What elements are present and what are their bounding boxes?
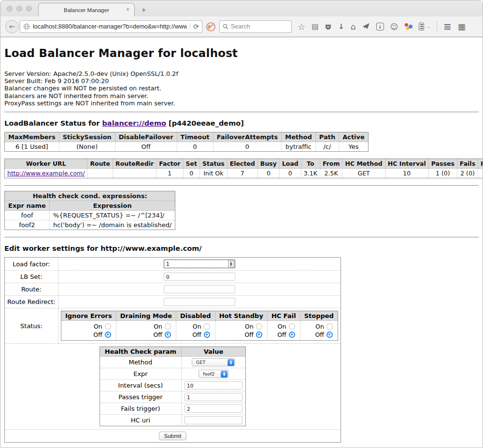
send-page-icon[interactable] [362, 22, 370, 31]
hc-value-header: Value [182, 347, 246, 357]
close-tab-icon[interactable]: × [126, 7, 129, 13]
interval-input[interactable] [185, 381, 242, 390]
worker-column-header: From [320, 159, 342, 169]
worker-cell: http://www.example.com/ [5, 169, 87, 178]
hc-param-header: Health Check param [99, 347, 181, 357]
route-redirect-input[interactable] [164, 298, 235, 306]
submit-row: Submit [5, 430, 341, 443]
expr-select-value: foof2 [203, 371, 214, 376]
zoom-window-button[interactable] [26, 6, 32, 12]
radio-label-on: On [193, 322, 201, 331]
worker-column-header: HC uri [478, 159, 483, 169]
bookmark-star-icon[interactable]: ☆ [298, 23, 305, 30]
expression-cell: hc('body') =~ /domain is established/ [49, 220, 175, 230]
status-hc-fail-off-radio[interactable] [289, 332, 295, 338]
status-hot-standby-on-radio[interactable] [256, 323, 262, 330]
status-ignore-errors-off-radio[interactable] [105, 332, 111, 338]
toolbar-separator [437, 21, 437, 32]
worker-column-header: RouteRedir [113, 159, 156, 169]
worker-cell: 1 [156, 169, 183, 178]
radio-label-on: On [154, 322, 162, 331]
server-version-line: Server Version: Apache/2.5.0-dev (Unix) … [4, 70, 479, 77]
balancer-demo-link[interactable]: balancer://demo [102, 119, 166, 127]
status-stopped-on-radio[interactable] [327, 323, 333, 330]
toolbar-icons: ☆ ▤ ↓ ⌂ ↓ ☺ ⌄ ≡ ▦ [298, 21, 466, 32]
hc-method-row: Method GET ▲▼ [99, 357, 245, 368]
number-spinner-icon[interactable]: ▲▼ [228, 260, 234, 267]
worker-column-header: Status [200, 159, 227, 169]
battery-extension-icon[interactable] [419, 23, 424, 30]
home-icon[interactable]: ⌂ [351, 23, 356, 30]
status-draining-mode-off-radio[interactable] [165, 332, 171, 338]
method-select-value: GET [196, 360, 205, 365]
back-button[interactable]: ← [5, 20, 19, 33]
worker-cell: 2 (0) [457, 169, 478, 178]
hc-expr-column-header: Expr name [5, 201, 50, 211]
status-disabled-off-radio[interactable] [204, 332, 210, 338]
method-select[interactable]: GET ▲▼ [192, 358, 235, 366]
feedback-smiley-icon[interactable]: ☺ [390, 23, 398, 30]
tab-balancer-manager[interactable]: Balancer Manager × [38, 3, 135, 16]
hc-expr-table-title: Health check cond. expressions: [5, 191, 175, 201]
new-tab-button[interactable]: + [142, 6, 146, 14]
save-to-device-icon[interactable]: ↓ [376, 23, 384, 30]
adblock-icon[interactable] [206, 22, 215, 31]
hc-passes-row: Passes trigger [99, 391, 245, 403]
worker-url-link[interactable]: http://www.example.com/ [7, 170, 85, 177]
radio-label-on: On [278, 322, 286, 331]
downloads-icon[interactable]: ↓ [338, 23, 344, 30]
globe-icon [23, 23, 30, 30]
close-window-button[interactable] [7, 6, 13, 12]
worker-column-header: Elected [227, 159, 257, 169]
route-input[interactable] [164, 285, 235, 293]
status-ignore-errors-on-radio[interactable] [105, 323, 111, 330]
divider-rule [4, 112, 479, 113]
hc-expr-table-head-row: Expr nameExpression [5, 201, 175, 211]
overflow-caret-icon[interactable]: ⌄ [426, 24, 430, 29]
url-bar[interactable]: localhost:8880/balancer-manager?b=demo&w… [20, 20, 202, 33]
radio-label-off: Off [244, 331, 253, 339]
menu-hamburger-icon[interactable]: ≡ [443, 22, 452, 31]
expr-name-cell: foof2 [5, 220, 50, 230]
status-column-header-ignore-errors: Ignore Errors [61, 311, 116, 321]
grid-panel-icon[interactable]: ▦ [458, 23, 466, 30]
hc-uri-input[interactable] [185, 416, 242, 424]
radio-label-on: On [94, 322, 102, 331]
status-stopped-off-radio[interactable] [327, 332, 333, 338]
worker-cell: 0 [257, 169, 279, 178]
status-hc-fail-on-radio[interactable] [289, 323, 295, 330]
route-redirect-row: Route Redirect: [5, 296, 341, 308]
status-disabled-on-radio[interactable] [204, 323, 210, 330]
passes-input[interactable] [185, 393, 242, 401]
balancer-cell: 0 [177, 142, 213, 152]
heading-prefix: LoadBalancer Status for [4, 119, 102, 127]
hc-uri-label: HC uri [99, 415, 181, 426]
status-table-radio-row: OnOffOnOffOnOffOnOffOnOffOnOff [61, 321, 338, 341]
testpilot-dots-icon[interactable] [404, 23, 412, 30]
balancer-table-data-row: 6 [1 Used](None)Off00bytraffic/c/Yes [5, 142, 369, 152]
status-hot-standby-off-radio[interactable] [256, 332, 262, 338]
pocket-icon[interactable] [325, 23, 332, 30]
worker-column-header: Factor [156, 159, 183, 169]
submit-button[interactable]: Submit [159, 432, 187, 440]
search-input[interactable] [231, 23, 288, 30]
status-draining-mode-on-radio[interactable] [165, 323, 171, 330]
search-bar[interactable] [219, 20, 292, 33]
minimize-window-button[interactable] [16, 6, 22, 12]
hc-expr-row: foof%{REQUEST_STATUS} =~ /^[234]/ [5, 211, 175, 220]
expr-select[interactable]: foof2 ▲▼ [199, 370, 228, 378]
reload-icon[interactable]: ⟳ [193, 23, 199, 30]
radio-label-off: Off [154, 331, 162, 339]
fails-input[interactable] [185, 405, 242, 413]
url-text[interactable]: localhost:8880/balancer-manager?b=demo&w… [33, 23, 187, 30]
reading-list-icon[interactable]: ▤ [312, 23, 318, 30]
worker-column-header: Load [279, 159, 301, 169]
load-factor-input[interactable]: 1 ▲▼ [164, 260, 235, 268]
lb-set-input[interactable] [164, 273, 235, 281]
worker-cell: GET [342, 169, 385, 178]
balancer-column-header: Active [339, 132, 369, 142]
edit-worker-form: Load factor: 1 ▲▼ LB Set: Route: [4, 257, 341, 443]
expr-name-cell: foof [5, 211, 50, 220]
balancer-cell: 6 [1 Used] [5, 142, 59, 152]
health-check-params-row: Health Check param Value Method GET [5, 344, 341, 430]
